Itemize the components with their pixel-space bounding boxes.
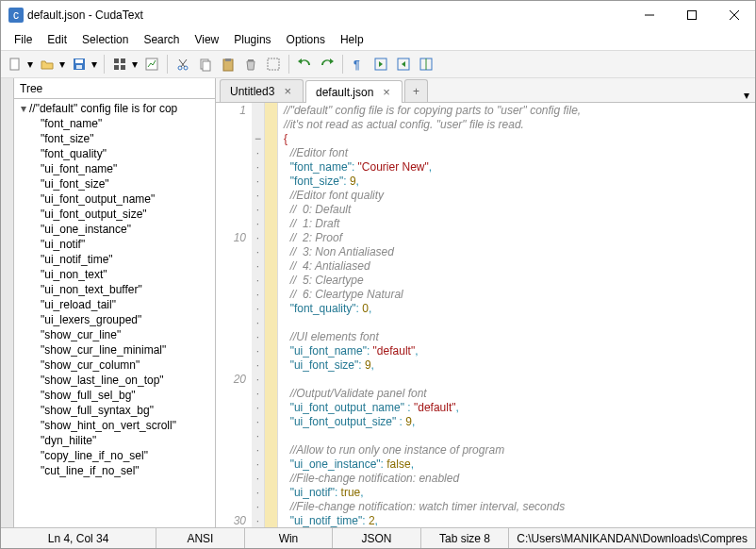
tree-item[interactable]: "ui_one_instance"	[14, 222, 215, 237]
code-editor[interactable]: 1102030 −··························· //"…	[216, 103, 755, 527]
menu-selection[interactable]: Selection	[74, 31, 136, 48]
status-line-ends[interactable]: Win	[245, 528, 334, 548]
status-encoding[interactable]: ANSI	[156, 528, 245, 548]
undo-button[interactable]	[294, 54, 315, 75]
tree-item[interactable]: "font_size"	[14, 131, 215, 146]
delete-button[interactable]	[240, 54, 261, 75]
svg-rect-12	[114, 65, 119, 70]
tree-item[interactable]: "ui_notif"	[14, 237, 215, 252]
chevron-down-icon[interactable]: ▾	[130, 58, 140, 71]
titlebar: c default.json - CudaText	[1, 1, 755, 29]
tree-item[interactable]: "show_cur_line_minimal"	[14, 342, 215, 358]
save-button[interactable]	[69, 54, 90, 75]
cut-button[interactable]	[173, 54, 193, 75]
menu-plugins[interactable]: Plugins	[226, 31, 278, 48]
indent-left-button[interactable]	[370, 54, 391, 75]
change-gutter	[265, 103, 278, 527]
toolbar: ▾ ▾ ▾ ▾ ¶	[1, 50, 755, 78]
svg-rect-3	[687, 11, 696, 20]
close-button[interactable]	[713, 1, 755, 29]
tree-header: Tree	[14, 78, 215, 99]
maximize-button[interactable]	[670, 1, 713, 29]
open-file-button[interactable]	[37, 54, 58, 75]
editor-pane: Untitled3×default.json×+▾ 1102030 −·····…	[216, 78, 755, 527]
tree-item[interactable]: "ui_font_output_size"	[14, 207, 215, 222]
tree-item[interactable]: "ui_font_output_name"	[14, 191, 215, 207]
svg-rect-24	[268, 58, 279, 70]
tree-item[interactable]: "dyn_hilite"	[14, 433, 215, 448]
menu-help[interactable]: Help	[333, 31, 371, 48]
menu-view[interactable]: View	[187, 31, 226, 48]
window-title: default.json - CudaText	[27, 8, 628, 22]
menu-search[interactable]: Search	[136, 31, 187, 48]
tree-header-label: Tree	[20, 82, 42, 95]
close-icon[interactable]: ×	[284, 87, 291, 96]
svg-text:¶: ¶	[353, 58, 360, 72]
chevron-down-icon[interactable]: ▾	[90, 58, 99, 71]
svg-rect-8	[75, 59, 83, 63]
code-area[interactable]: //"default" config file is for copying p…	[278, 103, 755, 527]
status-message: C:\Users\MANIKANDAN\Downloads\Compres	[509, 528, 755, 548]
svg-rect-11	[121, 58, 125, 63]
svg-rect-6	[10, 58, 19, 70]
select-all-button[interactable]	[263, 54, 284, 75]
tree-item[interactable]: "copy_line_if_no_sel"	[14, 448, 215, 463]
grid-button[interactable]	[109, 54, 130, 75]
svg-rect-9	[76, 65, 82, 69]
tree-item[interactable]: "ui_lexers_grouped"	[14, 312, 215, 327]
tree-item[interactable]: "ui_non_text"	[14, 267, 215, 282]
tree-item[interactable]: "ui_font_name"	[14, 161, 215, 176]
svg-rect-20	[203, 61, 210, 71]
status-lexer[interactable]: JSON	[333, 528, 421, 548]
status-position[interactable]: Ln 4, Col 34	[1, 528, 156, 548]
statusbar: Ln 4, Col 34 ANSI Win JSON Tab size 8 C:…	[1, 527, 755, 548]
indent-right-button[interactable]	[393, 54, 414, 75]
tab-label: Untitled3	[230, 85, 274, 98]
tree-item[interactable]: "show_cur_line"	[14, 327, 215, 342]
status-tabsize[interactable]: Tab size 8	[421, 528, 510, 548]
tree-item[interactable]: "show_cur_column"	[14, 358, 215, 373]
preview-button[interactable]	[141, 54, 162, 75]
redo-button[interactable]	[317, 54, 337, 75]
tree-item[interactable]: "ui_reload_tail"	[14, 297, 215, 312]
tree-root-label[interactable]: //"default" config file is for cop	[29, 102, 177, 115]
close-icon[interactable]: ×	[383, 88, 390, 97]
tree-item[interactable]: "show_last_line_on_top"	[14, 373, 215, 388]
tree-panel: Tree ▾//"default" config file is for cop…	[14, 78, 216, 527]
tree-item[interactable]: "font_name"	[14, 116, 215, 131]
svg-rect-13	[121, 65, 125, 70]
app-icon: c	[8, 8, 24, 23]
menubar: FileEditSelectionSearchViewPluginsOption…	[1, 29, 755, 50]
minimize-button[interactable]	[628, 1, 670, 29]
tree-item[interactable]: "show_full_syntax_bg"	[14, 403, 215, 418]
tree-body[interactable]: ▾//"default" config file is for cop"font…	[14, 99, 215, 527]
tree-item[interactable]: "ui_notif_time"	[14, 252, 215, 267]
chevron-down-icon[interactable]: ▾	[58, 58, 67, 71]
menu-options[interactable]: Options	[279, 31, 333, 48]
minimap-button[interactable]	[416, 54, 436, 75]
collapse-icon[interactable]: ▾	[18, 102, 29, 115]
tab[interactable]: Untitled3×	[220, 79, 304, 102]
svg-text:c: c	[13, 8, 19, 22]
tab-overflow-button[interactable]: ▾	[738, 89, 755, 102]
tree-item[interactable]: "show_hint_on_vert_scroll"	[14, 418, 215, 433]
tree-item[interactable]: "ui_font_size"	[14, 176, 215, 191]
menu-edit[interactable]: Edit	[40, 31, 74, 48]
tree-item[interactable]: "ui_non_text_buffer"	[14, 282, 215, 297]
copy-button[interactable]	[195, 54, 216, 75]
menu-file[interactable]: File	[7, 31, 40, 48]
svg-rect-22	[225, 58, 231, 61]
fold-gutter[interactable]: −···························	[252, 103, 265, 527]
tree-item[interactable]: "show_full_sel_bg"	[14, 388, 215, 403]
side-toolbar[interactable]	[1, 78, 14, 527]
tree-item[interactable]: "cut_line_if_no_sel"	[14, 463, 215, 478]
unprinted-button[interactable]: ¶	[348, 54, 369, 75]
chevron-down-icon[interactable]: ▾	[25, 58, 35, 71]
paste-button[interactable]	[218, 54, 238, 75]
tree-item[interactable]: "font_quality"	[14, 146, 215, 161]
new-tab-button[interactable]: +	[404, 79, 428, 102]
tab[interactable]: default.json×	[305, 80, 403, 103]
line-number-gutter: 1102030	[216, 103, 252, 527]
svg-rect-23	[248, 59, 254, 61]
new-file-button[interactable]	[5, 54, 25, 75]
